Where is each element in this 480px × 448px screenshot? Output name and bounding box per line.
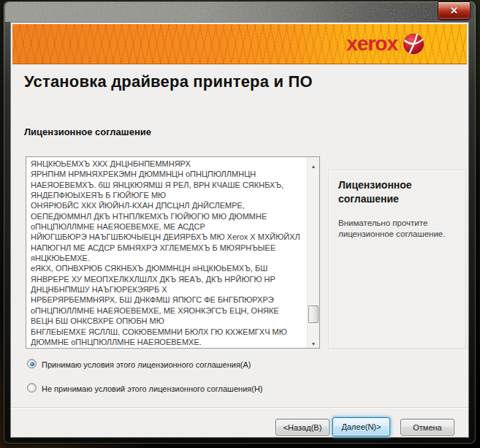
xerox-banner: xerox: [12, 24, 467, 64]
xerox-logo-text: xerox: [346, 33, 397, 55]
cancel-button[interactable]: Отмена: [400, 419, 454, 436]
radio-selected-dot: [30, 362, 34, 366]
sidebar-description: Внимательно прочтите лицензионное соглаш…: [329, 206, 465, 240]
radio-decline-label: Не принимаю условий этого лицензионного …: [42, 383, 263, 394]
close-button[interactable]: ✕: [438, 1, 471, 20]
scroll-up-icon: ▲: [311, 164, 316, 169]
next-button[interactable]: Далее(N)>: [332, 417, 390, 436]
radio-button-icon[interactable]: [27, 383, 37, 392]
sidebar-info-panel: Лицензионное соглашение Внимательно проч…: [328, 170, 466, 349]
scrollbar-thumb[interactable]: [308, 305, 319, 323]
radio-button-icon[interactable]: [27, 359, 37, 368]
scroll-down-button[interactable]: ▼: [308, 335, 319, 347]
scroll-up-button[interactable]: ▲: [308, 158, 319, 170]
titlebar-noise-texture: [5, 2, 474, 22]
radio-decline-license[interactable]: Не принимаю условий этого лицензионного …: [27, 383, 263, 394]
xerox-logo: xerox: [346, 33, 424, 55]
license-scrollbar[interactable]: ▲ ▼: [307, 157, 319, 348]
page-title: Установка драйвера принтера и ПО: [24, 72, 313, 91]
section-title: Лицензионное соглашение: [24, 126, 151, 137]
close-icon: ✕: [450, 2, 458, 19]
radio-accept-label: Принимаю условия этого лицензионного сог…: [42, 359, 251, 370]
license-textbox[interactable]: ЯНЦКЮЬЕМХЪ ХКХ ДНЦНБНПЕММНЯРХ ЯРНПНМ НРМ…: [26, 156, 320, 349]
installer-window: ✕ xerox Уст: [4, 1, 476, 444]
back-button[interactable]: <Назад(В): [275, 419, 329, 436]
radio-accept-license[interactable]: Принимаю условия этого лицензионного сог…: [27, 359, 251, 370]
xerox-sphere-icon: [403, 33, 424, 55]
window-titlebar[interactable]: [5, 2, 474, 22]
sidebar-title: Лицензионное соглашение: [329, 170, 465, 206]
footer-separator: [11, 407, 468, 409]
license-text: ЯНЦКЮЬЕМХЪ ХКХ ДНЦНБНПЕММНЯРХ ЯРНПНМ НРМ…: [31, 159, 304, 346]
dialog-content: xerox Установка драйвера принтера и ПО: [10, 22, 469, 438]
scroll-down-icon: ▼: [311, 341, 316, 346]
